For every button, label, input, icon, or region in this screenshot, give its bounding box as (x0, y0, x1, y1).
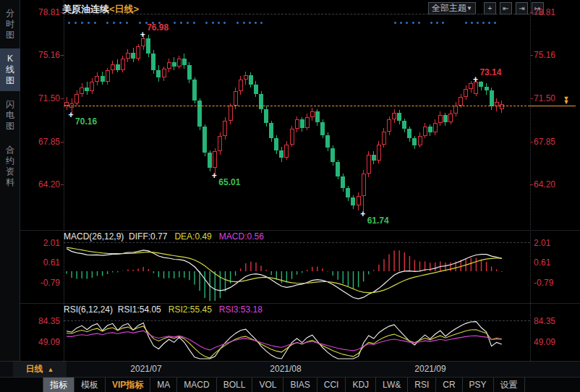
candle-body (254, 85, 258, 94)
candle-body (172, 62, 176, 67)
period-tag: <日线> (109, 4, 139, 14)
signal-dot (139, 22, 141, 24)
y-axis-tick (530, 142, 533, 142)
macd-hist-negative (67, 271, 502, 301)
y-axis-label: 64.20 (534, 179, 555, 189)
macd-axis-label: 2.01 (534, 238, 550, 248)
candle-body (90, 82, 94, 91)
candle-body (387, 119, 391, 131)
candle-body (111, 64, 115, 70)
macd-axis-label: 0.61 (534, 257, 550, 268)
candle-body (197, 101, 202, 127)
signal-dot (94, 22, 96, 24)
signal-dot (471, 22, 473, 24)
toolbar-item-indicator[interactable]: 指标 (43, 378, 74, 392)
last-price-line (64, 106, 530, 106)
candle-body (310, 111, 315, 117)
indicator-toolbar: 指标模板VIP指标MAMACDBOLLVOLBIASCCIKDJLW&RSICR… (0, 377, 580, 392)
candle-body (218, 136, 222, 151)
panel-separator-rsi (20, 303, 580, 304)
scale-x-icon[interactable]: ⇤ (500, 2, 512, 14)
rsi2-line (67, 326, 502, 358)
candle-body (448, 114, 453, 122)
toolbar-item-settings[interactable]: 设置 (494, 378, 525, 392)
macd-dea-line (67, 247, 502, 293)
candle-body (295, 119, 299, 129)
candle-body (192, 80, 197, 101)
signal-dot (394, 22, 396, 24)
candle-body (351, 197, 355, 205)
toolbar-item-template[interactable]: 模板 (74, 378, 106, 392)
candle-body (182, 59, 187, 66)
x-axis-month-label: 2021/09 (414, 364, 445, 374)
candle-body (443, 115, 448, 122)
candle-body (156, 70, 161, 77)
rsi-axis-label: 49.09 (534, 337, 555, 347)
signal-dot (477, 22, 479, 24)
toolbar-item-vip-indicator[interactable]: VIP指标 (106, 378, 150, 392)
candle-body (223, 121, 227, 136)
signal-dot (74, 22, 77, 24)
chevron-down-icon: ▼ (466, 5, 472, 12)
scale-y-icon[interactable]: ⇥ (516, 2, 528, 14)
toolbar-item-vol[interactable]: VOL (252, 378, 283, 392)
price-cross-marker: + (360, 209, 365, 219)
candle-body (213, 151, 217, 168)
candle-body (433, 123, 438, 132)
candle-body (106, 70, 110, 82)
signal-dot (236, 22, 239, 24)
signal-dot (482, 22, 485, 24)
sidebar-item-time-sharing[interactable]: 分时图 (0, 3, 20, 46)
sidebar-item-contract-info[interactable]: 合约资料 (0, 140, 20, 193)
toolbar-item-ma[interactable]: MA (150, 378, 177, 392)
signal-dot (418, 22, 420, 24)
signal-dot (488, 22, 490, 24)
candle-body (479, 82, 483, 87)
candle-body (377, 145, 381, 161)
toolbar-item-cci[interactable]: CCI (317, 378, 346, 392)
toolbar-item-rsi[interactable]: RSI (408, 378, 436, 392)
candle-body (453, 106, 458, 114)
rsi3-line (67, 331, 502, 351)
toolbar-item-psy[interactable]: PSY (463, 378, 494, 392)
y-axis-tick (61, 184, 64, 185)
toolbar-item-bias[interactable]: BIAS (283, 378, 317, 392)
candle-body (167, 62, 171, 69)
candle-body (264, 109, 268, 124)
candle-body (290, 129, 294, 144)
signal-dot (212, 22, 214, 24)
candle-body (382, 132, 386, 145)
candle-body (249, 75, 253, 85)
toolbar-item-boll[interactable]: BOLL (217, 378, 253, 392)
toolbar-spacer (0, 378, 43, 392)
y-axis-label: 67.85 (534, 137, 555, 147)
sidebar-item-flash[interactable]: 闪电图 (0, 94, 20, 137)
sidebar-item-kline[interactable]: K线图 (0, 48, 20, 91)
signal-dot (187, 22, 189, 24)
candle-body (428, 127, 432, 132)
toolbar-item-kdj[interactable]: KDJ (346, 378, 376, 392)
candle-body (485, 87, 489, 90)
rsi1-line (67, 322, 502, 359)
candle-body (274, 138, 278, 150)
left-sidebar: 分时图 K线图 闪电图 合约资料 (0, 0, 20, 361)
signal-dot (436, 22, 438, 24)
symbol-name: 美原油连续 (62, 4, 109, 14)
y-axis-label: 78.81 (20, 7, 60, 17)
macd-axis-label: 0.61 (20, 257, 60, 268)
candle-body (131, 53, 135, 59)
toolbar-item-cr[interactable]: CR (436, 378, 462, 392)
candle-body (239, 80, 243, 91)
signal-dot (494, 22, 496, 24)
price-marker-icon[interactable]: ▼▼ (562, 97, 571, 104)
crosshair-icon[interactable]: + (484, 2, 496, 14)
period-selector[interactable]: 日线 ▲ (13, 362, 67, 377)
toolbar-item-lwr[interactable]: LW& (376, 378, 408, 392)
signal-dot (406, 22, 408, 24)
signal-dot (412, 22, 414, 24)
toolbar-item-macd[interactable]: MACD (177, 378, 216, 392)
gridline-top (64, 14, 530, 14)
gridline-macd (64, 242, 530, 243)
theme-dropdown[interactable]: 全部主题 ▼ (428, 2, 476, 14)
signal-dot (218, 22, 220, 24)
